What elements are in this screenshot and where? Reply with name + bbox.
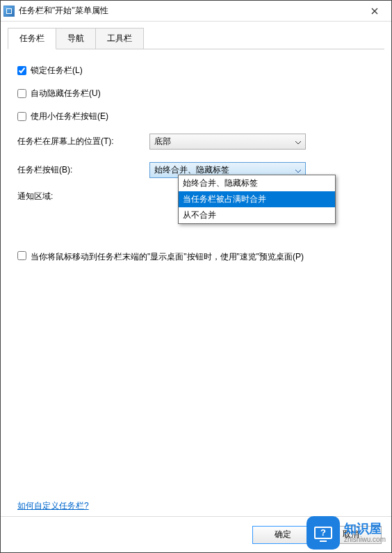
tab-label: 工具栏: [107, 33, 132, 43]
peek-label[interactable]: 当你将鼠标移动到任务栏末端的"显示桌面"按钮时，使用"速览"预览桌面(P): [31, 251, 304, 263]
dropdown-item-never[interactable]: 从不合并: [179, 207, 335, 223]
lock-taskbar-label[interactable]: 锁定任务栏(L): [31, 65, 83, 77]
buttons-label: 任务栏按钮(B):: [17, 164, 149, 176]
position-combo-value: 底部: [154, 136, 171, 147]
watermark-brand: 知识屋: [344, 522, 386, 536]
tab-navigation[interactable]: 导航: [56, 28, 96, 49]
autohide-label[interactable]: 自动隐藏任务栏(U): [31, 88, 101, 99]
watermark-icon: [307, 516, 340, 550]
watermark: 知识屋 zhishiwu.com: [301, 513, 391, 552]
watermark-url: zhishiwu.com: [344, 536, 386, 543]
help-link[interactable]: 如何自定义任务栏?: [17, 500, 89, 512]
window-title: 任务栏和"开始"菜单属性: [19, 5, 361, 17]
position-label: 任务栏在屏幕上的位置(T):: [17, 136, 149, 147]
tab-panel-taskbar: 锁定任务栏(L) 自动隐藏任务栏(U) 使用小任务栏按钮(E) 任务栏在屏幕上的…: [8, 49, 384, 522]
tab-toolbars[interactable]: 工具栏: [95, 28, 144, 49]
app-icon: [3, 6, 15, 17]
row-position: 任务栏在屏幕上的位置(T): 底部: [17, 134, 375, 150]
ok-button-label: 确定: [275, 529, 291, 539]
checkbox-row-peek: 当你将鼠标移动到任务栏末端的"显示桌面"按钮时，使用"速览"预览桌面(P): [17, 251, 375, 263]
lock-taskbar-checkbox[interactable]: [17, 66, 26, 75]
notify-label: 通知区域:: [17, 191, 149, 202]
dropdown-item-label: 当任务栏被占满时合并: [183, 194, 266, 204]
dropdown-item-label: 从不合并: [183, 210, 216, 220]
dropdown-item-label: 始终合并、隐藏标签: [183, 178, 258, 188]
small-buttons-label[interactable]: 使用小任务栏按钮(E): [31, 111, 108, 122]
monitor-icon: [314, 527, 332, 539]
chevron-down-icon: [295, 166, 301, 175]
checkbox-row-smallbuttons: 使用小任务栏按钮(E): [17, 111, 375, 122]
buttons-combo-dropdown: 始终合并、隐藏标签 当任务栏被占满时合并 从不合并: [178, 175, 336, 224]
dropdown-item-whenfull[interactable]: 当任务栏被占满时合并: [179, 191, 335, 207]
titlebar: 任务栏和"开始"菜单属性: [1, 1, 391, 22]
close-button[interactable]: [361, 1, 389, 21]
dropdown-item-always[interactable]: 始终合并、隐藏标签: [179, 175, 335, 191]
tab-label: 任务栏: [19, 33, 44, 43]
peek-checkbox[interactable]: [17, 251, 26, 260]
checkbox-row-autohide: 自动隐藏任务栏(U): [17, 88, 375, 99]
position-combo[interactable]: 底部: [149, 134, 306, 150]
tab-label: 导航: [67, 33, 84, 43]
checkbox-row-lock: 锁定任务栏(L): [17, 65, 375, 77]
tab-strip: 任务栏 导航 工具栏: [1, 22, 391, 49]
watermark-text: 知识屋 zhishiwu.com: [344, 522, 386, 544]
close-icon: [371, 8, 378, 15]
tab-taskbar[interactable]: 任务栏: [8, 28, 56, 49]
autohide-checkbox[interactable]: [17, 89, 26, 98]
small-buttons-checkbox[interactable]: [17, 112, 26, 121]
chevron-down-icon: [295, 137, 301, 147]
